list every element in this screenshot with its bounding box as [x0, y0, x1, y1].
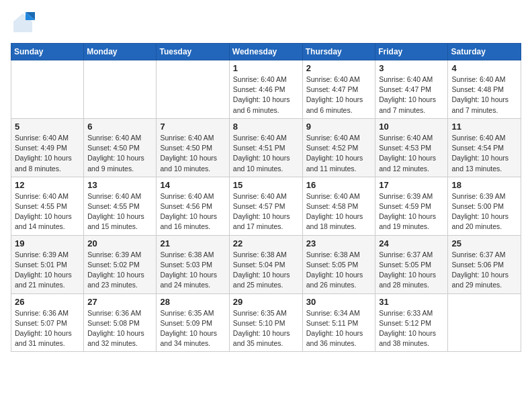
day-number: 19 [15, 238, 80, 248]
day-info: Sunrise: 6:40 AM Sunset: 4:55 PM Dayligh… [87, 191, 152, 232]
weekday-header-wednesday: Wednesday [229, 44, 302, 60]
day-number: 31 [379, 297, 444, 307]
day-info: Sunrise: 6:40 AM Sunset: 4:49 PM Dayligh… [15, 133, 80, 174]
week-row-2: 5Sunrise: 6:40 AM Sunset: 4:49 PM Daylig… [11, 118, 521, 177]
weekday-header-thursday: Thursday [302, 44, 375, 60]
day-number: 1 [233, 63, 299, 73]
calendar-cell: 25Sunrise: 6:37 AM Sunset: 5:06 PM Dayli… [448, 235, 521, 293]
calendar-cell: 19Sunrise: 6:39 AM Sunset: 5:01 PM Dayli… [11, 235, 84, 293]
calendar-cell: 9Sunrise: 6:40 AM Sunset: 4:52 PM Daylig… [302, 118, 375, 177]
day-info: Sunrise: 6:33 AM Sunset: 5:12 PM Dayligh… [379, 308, 444, 349]
week-row-5: 26Sunrise: 6:36 AM Sunset: 5:07 PM Dayli… [11, 293, 521, 352]
calendar-cell: 6Sunrise: 6:40 AM Sunset: 4:50 PM Daylig… [84, 118, 157, 177]
weekday-header-sunday: Sunday [11, 44, 84, 60]
calendar-cell: 2Sunrise: 6:40 AM Sunset: 4:47 PM Daylig… [302, 60, 375, 119]
day-number: 27 [87, 297, 152, 307]
calendar-cell: 23Sunrise: 6:38 AM Sunset: 5:05 PM Dayli… [302, 235, 375, 293]
day-number: 6 [87, 122, 152, 132]
day-info: Sunrise: 6:40 AM Sunset: 4:51 PM Dayligh… [233, 133, 299, 174]
calendar-cell [84, 60, 157, 119]
day-info: Sunrise: 6:39 AM Sunset: 5:00 PM Dayligh… [451, 191, 517, 232]
calendar-cell: 4Sunrise: 6:40 AM Sunset: 4:48 PM Daylig… [448, 60, 521, 119]
calendar-cell: 24Sunrise: 6:37 AM Sunset: 5:05 PM Dayli… [375, 235, 448, 293]
day-number: 3 [379, 63, 444, 73]
week-row-1: 1Sunrise: 6:40 AM Sunset: 4:46 PM Daylig… [11, 60, 521, 119]
calendar-cell: 30Sunrise: 6:34 AM Sunset: 5:11 PM Dayli… [302, 293, 375, 352]
calendar-cell: 10Sunrise: 6:40 AM Sunset: 4:53 PM Dayli… [375, 118, 448, 177]
day-info: Sunrise: 6:36 AM Sunset: 5:07 PM Dayligh… [15, 308, 80, 349]
calendar-cell: 20Sunrise: 6:39 AM Sunset: 5:02 PM Dayli… [84, 235, 157, 293]
day-number: 16 [306, 180, 372, 190]
day-info: Sunrise: 6:40 AM Sunset: 4:54 PM Dayligh… [451, 133, 517, 174]
day-number: 18 [451, 180, 517, 190]
calendar-cell: 14Sunrise: 6:40 AM Sunset: 4:56 PM Dayli… [157, 177, 229, 235]
day-number: 25 [451, 238, 517, 248]
weekday-header-friday: Friday [375, 44, 448, 60]
day-number: 29 [233, 297, 299, 307]
day-number: 9 [306, 122, 372, 132]
day-info: Sunrise: 6:37 AM Sunset: 5:05 PM Dayligh… [379, 250, 444, 291]
day-number: 21 [160, 238, 225, 248]
calendar-cell [448, 293, 521, 352]
day-info: Sunrise: 6:40 AM Sunset: 4:58 PM Dayligh… [306, 191, 372, 232]
day-info: Sunrise: 6:40 AM Sunset: 4:52 PM Dayligh… [306, 133, 372, 174]
day-info: Sunrise: 6:35 AM Sunset: 5:10 PM Dayligh… [233, 308, 299, 349]
day-info: Sunrise: 6:38 AM Sunset: 5:05 PM Dayligh… [306, 250, 372, 291]
day-number: 15 [233, 180, 299, 190]
day-number: 2 [306, 63, 372, 73]
calendar-cell: 29Sunrise: 6:35 AM Sunset: 5:10 PM Dayli… [229, 293, 302, 352]
weekday-header-monday: Monday [84, 44, 157, 60]
week-row-4: 19Sunrise: 6:39 AM Sunset: 5:01 PM Dayli… [11, 235, 521, 293]
calendar-cell [11, 60, 84, 119]
day-info: Sunrise: 6:40 AM Sunset: 4:50 PM Dayligh… [160, 133, 225, 174]
day-info: Sunrise: 6:38 AM Sunset: 5:04 PM Dayligh… [233, 250, 299, 291]
weekday-header-tuesday: Tuesday [157, 44, 229, 60]
day-number: 23 [306, 238, 372, 248]
day-number: 11 [451, 122, 517, 132]
day-number: 22 [233, 238, 299, 248]
day-number: 26 [15, 297, 80, 307]
day-number: 28 [160, 297, 225, 307]
calendar-cell: 1Sunrise: 6:40 AM Sunset: 4:46 PM Daylig… [229, 60, 302, 119]
day-info: Sunrise: 6:40 AM Sunset: 4:48 PM Dayligh… [451, 75, 517, 116]
day-number: 14 [160, 180, 225, 190]
calendar-cell: 5Sunrise: 6:40 AM Sunset: 4:49 PM Daylig… [11, 118, 84, 177]
day-info: Sunrise: 6:37 AM Sunset: 5:06 PM Dayligh… [451, 250, 517, 291]
calendar-cell: 8Sunrise: 6:40 AM Sunset: 4:51 PM Daylig… [229, 118, 302, 177]
calendar-cell: 22Sunrise: 6:38 AM Sunset: 5:04 PM Dayli… [229, 235, 302, 293]
day-info: Sunrise: 6:40 AM Sunset: 4:56 PM Dayligh… [160, 191, 225, 232]
logo [11, 11, 38, 35]
day-number: 10 [379, 122, 444, 132]
calendar-cell: 7Sunrise: 6:40 AM Sunset: 4:50 PM Daylig… [157, 118, 229, 177]
day-info: Sunrise: 6:39 AM Sunset: 5:01 PM Dayligh… [15, 250, 80, 291]
day-number: 7 [160, 122, 225, 132]
day-number: 30 [306, 297, 372, 307]
calendar-cell: 31Sunrise: 6:33 AM Sunset: 5:12 PM Dayli… [375, 293, 448, 352]
day-number: 24 [379, 238, 444, 248]
day-number: 8 [233, 122, 299, 132]
day-number: 12 [15, 180, 80, 190]
day-number: 20 [87, 238, 152, 248]
day-info: Sunrise: 6:36 AM Sunset: 5:08 PM Dayligh… [87, 308, 152, 349]
week-row-3: 12Sunrise: 6:40 AM Sunset: 4:55 PM Dayli… [11, 177, 521, 235]
calendar-cell [157, 60, 229, 119]
calendar-cell: 17Sunrise: 6:39 AM Sunset: 4:59 PM Dayli… [375, 177, 448, 235]
day-info: Sunrise: 6:34 AM Sunset: 5:11 PM Dayligh… [306, 308, 372, 349]
day-number: 4 [451, 63, 517, 73]
day-info: Sunrise: 6:38 AM Sunset: 5:03 PM Dayligh… [160, 250, 225, 291]
weekday-header-saturday: Saturday [448, 44, 521, 60]
day-info: Sunrise: 6:40 AM Sunset: 4:46 PM Dayligh… [233, 75, 299, 116]
calendar-cell: 13Sunrise: 6:40 AM Sunset: 4:55 PM Dayli… [84, 177, 157, 235]
logo-icon [11, 11, 35, 35]
calendar-table: SundayMondayTuesdayWednesdayThursdayFrid… [11, 43, 521, 352]
calendar-cell: 26Sunrise: 6:36 AM Sunset: 5:07 PM Dayli… [11, 293, 84, 352]
calendar-cell: 12Sunrise: 6:40 AM Sunset: 4:55 PM Dayli… [11, 177, 84, 235]
weekday-header-row: SundayMondayTuesdayWednesdayThursdayFrid… [11, 44, 521, 60]
calendar-cell: 15Sunrise: 6:40 AM Sunset: 4:57 PM Dayli… [229, 177, 302, 235]
day-info: Sunrise: 6:40 AM Sunset: 4:57 PM Dayligh… [233, 191, 299, 232]
calendar-cell: 11Sunrise: 6:40 AM Sunset: 4:54 PM Dayli… [448, 118, 521, 177]
day-info: Sunrise: 6:40 AM Sunset: 4:47 PM Dayligh… [306, 75, 372, 116]
calendar-cell: 16Sunrise: 6:40 AM Sunset: 4:58 PM Dayli… [302, 177, 375, 235]
day-number: 17 [379, 180, 444, 190]
day-info: Sunrise: 6:39 AM Sunset: 5:02 PM Dayligh… [87, 250, 152, 291]
